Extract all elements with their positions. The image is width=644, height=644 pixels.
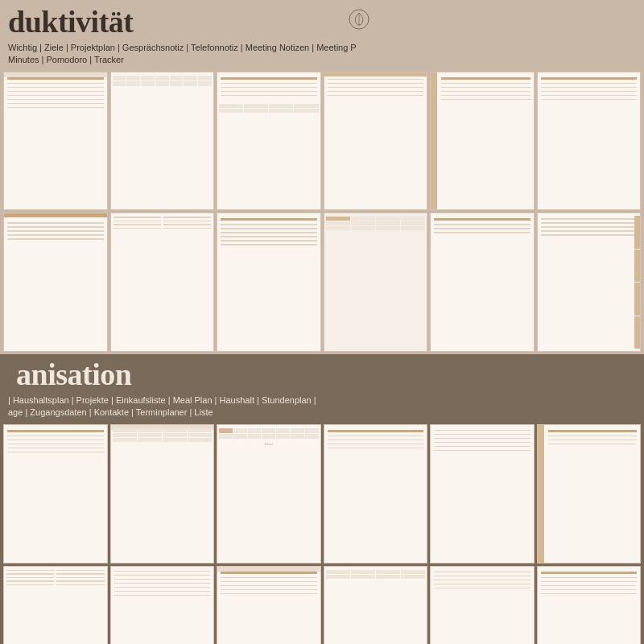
- thumb-o6: [537, 424, 642, 564]
- main-container: duktivität Wichtig | Ziele | Projektplan…: [0, 0, 644, 644]
- organisation-thumbnails-row1: Meal: [0, 424, 644, 564]
- thumb-p3: [217, 72, 321, 211]
- section-organisation: anisation | Haushaltsplan | Projekte | E…: [0, 354, 644, 644]
- thumb-o5: [430, 424, 535, 564]
- thumb-o8: [110, 566, 215, 644]
- thumb-p11: [430, 213, 535, 352]
- thumb-p5: [430, 72, 535, 211]
- produktivitaet-tags: Wichtig | Ziele | Projektplan | Gespräch…: [0, 40, 644, 72]
- thumb-o9: [217, 566, 321, 644]
- thumb-p7: [3, 213, 108, 352]
- thumb-p2: [110, 72, 215, 211]
- thumb-p12: [537, 213, 642, 352]
- thumb-p6: [537, 72, 642, 211]
- thumb-o11: [430, 566, 535, 644]
- organisation-header: anisation: [0, 359, 644, 393]
- thumb-o3-meal: Meal: [217, 424, 321, 564]
- thumb-p1: [3, 72, 108, 211]
- produktivitaet-thumbnails-row1: [0, 72, 644, 211]
- organisation-thumbnails-row2: [0, 566, 644, 644]
- organisation-title: anisation: [8, 359, 139, 390]
- produktivitaet-thumbnails-row2: [0, 213, 644, 352]
- thumb-o2: [110, 424, 215, 564]
- logo-icon: [348, 8, 370, 31]
- organisation-tags: | Haushaltsplan | Projekte | Einkaufslis…: [0, 393, 644, 424]
- thumb-p4: [324, 72, 428, 211]
- thumb-p8: [110, 213, 215, 352]
- thumb-o4: [324, 424, 428, 564]
- produktivitaet-header: duktivität: [0, 6, 644, 40]
- thumb-o7: [3, 566, 108, 644]
- thumb-p9: [217, 213, 321, 352]
- thumb-p10: [324, 213, 428, 352]
- thumb-o1: [3, 424, 108, 564]
- thumb-o10: [324, 566, 428, 644]
- thumb-o12: [537, 566, 642, 644]
- meal-label: Meal: [217, 442, 320, 446]
- produktivitaet-title: duktivität: [8, 6, 133, 37]
- section-produktivitaet: duktivität Wichtig | Ziele | Projektplan…: [0, 0, 644, 352]
